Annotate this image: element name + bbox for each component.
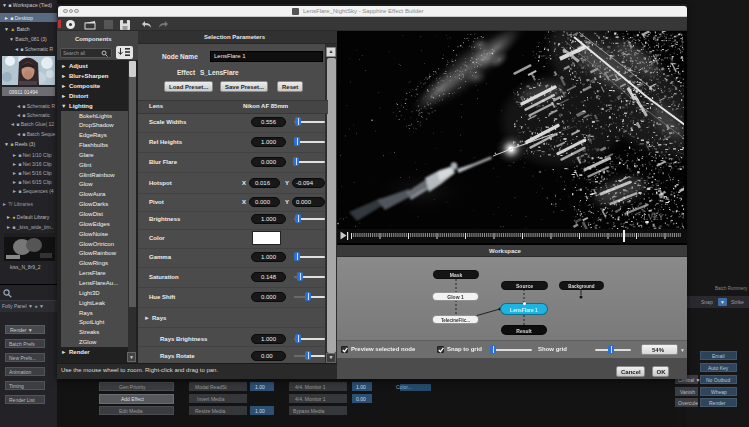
svg-text:LVLY: LVLY — [643, 212, 664, 222]
